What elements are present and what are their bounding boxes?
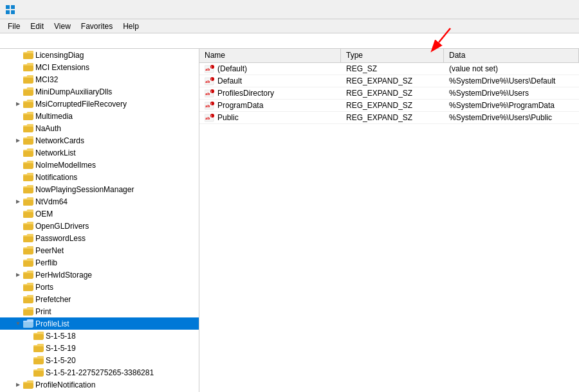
tree-item-notifications[interactable]: Notifications [0, 171, 199, 183]
tree-item-peernet[interactable]: PeerNet [0, 244, 199, 256]
folder-icon [33, 368, 44, 377]
folder-icon [23, 258, 33, 267]
tree-item-s-1-5-18[interactable]: S-1-5-18 [0, 330, 199, 342]
svg-rect-47 [23, 298, 33, 303]
folder-icon [23, 161, 33, 170]
tree-label: ProfileNotification [35, 380, 95, 389]
table-row[interactable]: ab ! (Default)REG_SZ(value not set) [199, 63, 579, 75]
tree-item-multimedia[interactable]: Multimedia [0, 110, 199, 122]
expand-btn[interactable] [13, 270, 23, 280]
svg-rect-39 [23, 249, 33, 254]
tree-label: MiniDumpAuxiliaryDlls [35, 87, 112, 96]
cell-type: REG_EXPAND_SZ [341, 100, 444, 111]
menu-bar: FileEditViewFavoritesHelp [0, 19, 579, 33]
svg-rect-27 [23, 175, 33, 181]
title-bar-controls [547, 3, 574, 16]
cell-data: %SystemDrive%\ProgramData [444, 100, 579, 111]
col-header-name: Name [199, 49, 341, 62]
folder-icon [23, 319, 33, 328]
svg-rect-7 [23, 53, 33, 58]
minimize-button[interactable] [547, 3, 560, 16]
svg-rect-53 [33, 334, 44, 339]
folder-icon [23, 75, 33, 84]
tree-label: Print [35, 307, 51, 316]
tree-item-profilenotification[interactable]: ProfileNotification [0, 379, 199, 391]
tree-item-mci-extensions[interactable]: MCI Extensions [0, 61, 199, 73]
svg-rect-49 [23, 310, 33, 315]
expand-btn[interactable] [13, 380, 23, 390]
tree-item-print[interactable]: Print [0, 305, 199, 317]
menu-item-file[interactable]: File [3, 21, 25, 32]
svg-rect-3 [11, 10, 15, 14]
svg-rect-37 [23, 236, 33, 242]
folder-icon [23, 380, 33, 389]
table-row[interactable]: ab ! PublicREG_EXPAND_SZ%SystemDrive%\Us… [199, 112, 579, 124]
tree-item-passwordless[interactable]: PasswordLess [0, 232, 199, 244]
tree-item-msicorruptedfilerecovery[interactable]: MsiCorruptedFileRecovery [0, 98, 199, 110]
tree-item-perhwidstorage[interactable]: PerHwIdStorage [0, 269, 199, 281]
tree-item-licensingdiag[interactable]: LicensingDiag [0, 49, 199, 61]
expand-btn[interactable] [13, 197, 23, 207]
right-panel: Name Type Data ab ! (Default)REG_SZ(valu… [199, 49, 579, 392]
tree-item-profilelist[interactable]: ProfileList [0, 317, 199, 330]
tree-item-minidumpauxiliarydlls[interactable]: MiniDumpAuxiliaryDlls [0, 85, 199, 98]
svg-rect-21 [23, 139, 33, 144]
expand-btn[interactable] [13, 136, 23, 146]
menu-item-help[interactable]: Help [118, 21, 144, 32]
table-row[interactable]: ab ! ProfilesDirectoryREG_EXPAND_SZ%Syst… [199, 87, 579, 100]
tree-label: MsiCorruptedFileRecovery [35, 100, 127, 109]
tree-item-ports[interactable]: Ports [0, 281, 199, 293]
tree-item-naauth[interactable]: NaAuth [0, 122, 199, 134]
expand-btn[interactable] [13, 99, 23, 109]
table-row[interactable]: ab ! ProgramDataREG_EXPAND_SZ%SystemDriv… [199, 100, 579, 112]
svg-text:ab: ab [205, 79, 210, 84]
tree-item-nowplayingsessionmanager[interactable]: NowPlayingSessionManager [0, 183, 199, 195]
folder-icon [23, 197, 33, 206]
svg-text:ab: ab [205, 67, 210, 72]
folder-icon [23, 173, 33, 182]
svg-rect-59 [33, 371, 44, 376]
tree-item-perflib[interactable]: Perflib [0, 256, 199, 269]
folder-icon [23, 51, 33, 60]
tree-item-ntvdm64[interactable]: NtVdm64 [0, 195, 199, 208]
folder-icon [33, 332, 44, 341]
folder-icon [23, 295, 33, 304]
close-button[interactable] [561, 3, 574, 16]
tree-item-mci32[interactable]: MCI32 [0, 73, 199, 85]
tree-panel[interactable]: LicensingDiag MCI Extensions MCI32 MiniD… [0, 49, 199, 392]
svg-text:ab: ab [205, 116, 210, 121]
menu-item-view[interactable]: View [49, 21, 76, 32]
folder-icon [33, 356, 44, 365]
folder-icon [23, 148, 33, 157]
folder-icon [23, 87, 33, 96]
tree-label: MCI32 [35, 75, 58, 84]
svg-rect-31 [23, 200, 33, 205]
svg-rect-13 [23, 90, 33, 95]
folder-icon [23, 136, 33, 145]
tree-label: PasswordLess [35, 234, 86, 243]
tree-item-prefetcher[interactable]: Prefetcher [0, 293, 199, 305]
title-bar [0, 0, 579, 19]
tree-item-networkcards[interactable]: NetworkCards [0, 134, 199, 147]
tree-item-opengldrivers[interactable]: OpenGLDrivers [0, 220, 199, 232]
tree-item-networklist[interactable]: NetworkList [0, 147, 199, 159]
svg-rect-57 [33, 359, 44, 364]
table-row[interactable]: ab ! DefaultREG_EXPAND_SZ%SystemDrive%\U… [199, 75, 579, 87]
cell-type: REG_SZ [341, 63, 444, 75]
cell-data: %SystemDrive%\Users [444, 87, 579, 99]
cell-name: ab ! ProfilesDirectory [199, 87, 341, 99]
svg-rect-2 [6, 10, 10, 14]
tree-item-s-1-5-19[interactable]: S-1-5-19 [0, 342, 199, 354]
tree-item-noimemodelimes[interactable]: NoImeModelImes [0, 159, 199, 171]
menu-item-edit[interactable]: Edit [25, 21, 49, 32]
cell-name: ab ! Default [199, 75, 341, 87]
folder-icon [33, 344, 44, 353]
tree-label: Notifications [35, 173, 77, 182]
menu-item-favorites[interactable]: Favorites [76, 21, 118, 32]
expand-btn[interactable] [13, 319, 23, 329]
folder-icon [23, 112, 33, 121]
tree-item-oem[interactable]: OEM [0, 208, 199, 220]
tree-item-s-1-5-21[interactable]: S-1-5-21-2275275265-3386281 [0, 366, 199, 379]
table-body: ab ! (Default)REG_SZ(value not set) ab !… [199, 63, 579, 392]
tree-item-s-1-5-20[interactable]: S-1-5-20 [0, 354, 199, 366]
